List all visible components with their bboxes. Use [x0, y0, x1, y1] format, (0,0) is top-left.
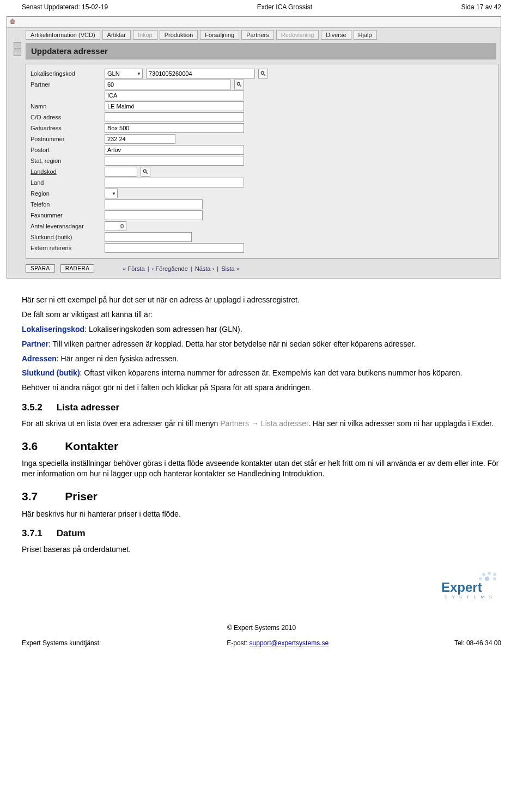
search-icon [260, 71, 266, 76]
menu-hjalp[interactable]: Hjälp [354, 30, 377, 40]
svg-point-11 [493, 577, 496, 580]
svg-point-8 [493, 573, 496, 576]
menu-redovisning[interactable]: Redovisning [276, 30, 319, 40]
menu-artiklar[interactable]: Artiklar [102, 30, 131, 40]
svg-point-10 [485, 577, 489, 581]
nav-next[interactable]: Nästa › [195, 265, 214, 272]
menu-inkop[interactable]: Inköp [133, 30, 157, 40]
chevron-down-icon: ▼ [137, 71, 141, 76]
label-lokaliseringskod: Lokaliseringskod [31, 70, 101, 77]
record-nav: « Första | ‹ Föregående | Nästa › | Sist… [121, 265, 240, 272]
label-referens: Extern referens [31, 245, 101, 251]
side-icon-2[interactable] [14, 50, 21, 56]
form-panel: Artikelinformation (VCD) Artiklar Inköp … [9, 28, 498, 276]
input-co[interactable] [105, 112, 244, 122]
nav-prev[interactable]: ‹ Föregående [152, 265, 188, 272]
term-slutkund: Slutkund (butik) [22, 368, 80, 377]
select-lokaliseringskod-type[interactable]: GLN ▼ [105, 69, 143, 78]
header-left: Senast Uppdaterad: 15-02-19 [22, 3, 108, 11]
label-gatu: Gatuadress [31, 125, 101, 131]
input-partner-name[interactable] [105, 90, 244, 100]
label-fax: Faxnummer [31, 212, 101, 219]
label-postort: Postort [31, 147, 101, 153]
label-stat: Stat, region [31, 157, 101, 164]
term-adressen: Adressen [22, 354, 57, 363]
heading-371: 3.7.1 Datum [22, 528, 501, 540]
label-namn: Namn [31, 103, 101, 110]
logo-text-bottom: S Y S T E M S [445, 595, 494, 599]
term-lok: Lokaliseringskod [22, 325, 84, 334]
footer-contacts: Expert Systems kundtjänst: E-post: suppo… [0, 637, 523, 651]
term-partner: Partner [22, 340, 48, 348]
label-co: C/O-adress [31, 114, 101, 120]
window-toolbar [7, 17, 501, 28]
input-lokaliseringskod[interactable] [146, 69, 255, 78]
label-landskod: Landskod [31, 168, 101, 175]
menu-forsaljning[interactable]: Försäljning [200, 30, 239, 40]
svg-line-1 [264, 74, 265, 76]
lookup-landskod[interactable] [141, 167, 150, 177]
footer-left: Expert Systems kundtjänst: [22, 639, 101, 647]
nav-last[interactable]: Sista » [221, 265, 240, 272]
input-stat[interactable] [105, 156, 244, 166]
input-namn[interactable] [105, 101, 244, 111]
header-center: Exder ICA Grossist [257, 3, 312, 11]
input-telefon[interactable] [105, 199, 203, 209]
side-icons [11, 42, 23, 56]
search-icon [143, 169, 148, 174]
svg-line-5 [146, 172, 148, 174]
svg-point-7 [488, 572, 491, 575]
menu-partners[interactable]: Partners [241, 30, 274, 40]
heading-352: 3.5.2 Lista adresser [22, 402, 501, 414]
home-icon[interactable] [9, 18, 16, 26]
input-landskod[interactable] [105, 167, 137, 177]
menubar: Artikelinformation (VCD) Artiklar Inköp … [9, 28, 498, 41]
delete-button[interactable]: RADERA [60, 264, 95, 272]
page-header: Senast Uppdaterad: 15-02-19 Exder ICA Gr… [0, 0, 523, 13]
p-fields: De fält som är viktigast att känna till … [22, 310, 501, 320]
chevron-down-icon: ▼ [112, 191, 116, 196]
footer-email-link[interactable]: support@expertsystems.se [250, 639, 329, 647]
menu-produktion[interactable]: Produktion [160, 30, 198, 40]
button-row: SPARA RADERA « Första | ‹ Föregående | N… [26, 264, 498, 272]
app-screenshot: Artikelinformation (VCD) Artiklar Inköp … [7, 16, 501, 278]
label-leveransdagar: Antal leveransdagar [31, 223, 101, 229]
p-save: Behöver ni ändra något gör ni det i fält… [22, 383, 501, 393]
form-box: Lokaliseringskod GLN ▼ Partner [26, 64, 498, 259]
side-icon-1[interactable] [14, 42, 21, 49]
header-right: Sida 17 av 42 [461, 3, 501, 11]
input-land[interactable] [105, 178, 244, 187]
footer-right: Tel: 08-46 34 00 [454, 639, 501, 647]
nav-first[interactable]: « Första [123, 265, 144, 272]
label-telefon: Telefon [31, 201, 101, 208]
lookup-partner[interactable] [234, 80, 244, 89]
p-37: Här beskrivs hur ni hanterar priser i de… [22, 509, 501, 519]
heading-37: 3.7 Priser [22, 489, 501, 504]
input-gatu[interactable] [105, 123, 244, 133]
select-region[interactable]: ▼ [105, 189, 118, 198]
input-postnr[interactable] [105, 134, 175, 144]
logo-text-top: Expert [441, 580, 482, 595]
search-icon [236, 82, 242, 87]
footer-copyright: © Expert Systems 2010 [0, 624, 523, 637]
label-postnr: Postnummer [31, 136, 101, 142]
p-36: Inga speciella inställningar behöver gör… [22, 458, 501, 479]
save-button[interactable]: SPARA [26, 264, 55, 272]
lookup-lokaliseringskod[interactable] [258, 69, 268, 78]
document-body: Här ser ni ett exempel på hur det ser ut… [0, 286, 523, 581]
input-partner-num[interactable] [105, 80, 231, 89]
input-postort[interactable] [105, 145, 244, 155]
label-region: Region [31, 190, 101, 197]
input-slutkund[interactable] [105, 232, 192, 242]
svg-point-4 [143, 169, 146, 172]
label-slutkund: Slutkund (butik) [31, 234, 101, 240]
svg-line-3 [240, 85, 241, 87]
menu-diverse[interactable]: Diverse [321, 30, 351, 40]
input-fax[interactable] [105, 210, 203, 220]
input-leveransdagar[interactable] [105, 221, 126, 231]
menu-artikelinfo[interactable]: Artikelinformation (VCD) [26, 30, 100, 40]
svg-point-6 [482, 573, 485, 576]
p-intro: Här ser ni ett exempel på hur det ser ut… [22, 295, 501, 305]
input-referens[interactable] [105, 243, 244, 253]
label-land: Land [31, 179, 101, 186]
